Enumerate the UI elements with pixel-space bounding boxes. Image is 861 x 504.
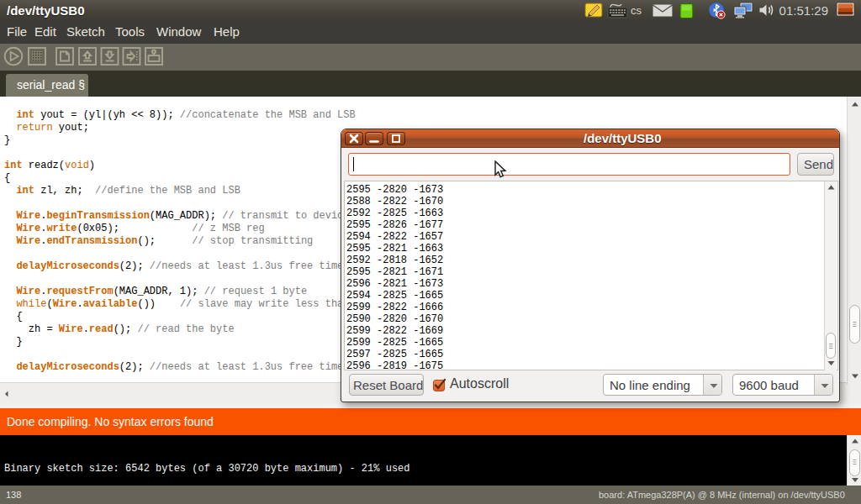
svg-text:cs: cs — [631, 4, 642, 17]
